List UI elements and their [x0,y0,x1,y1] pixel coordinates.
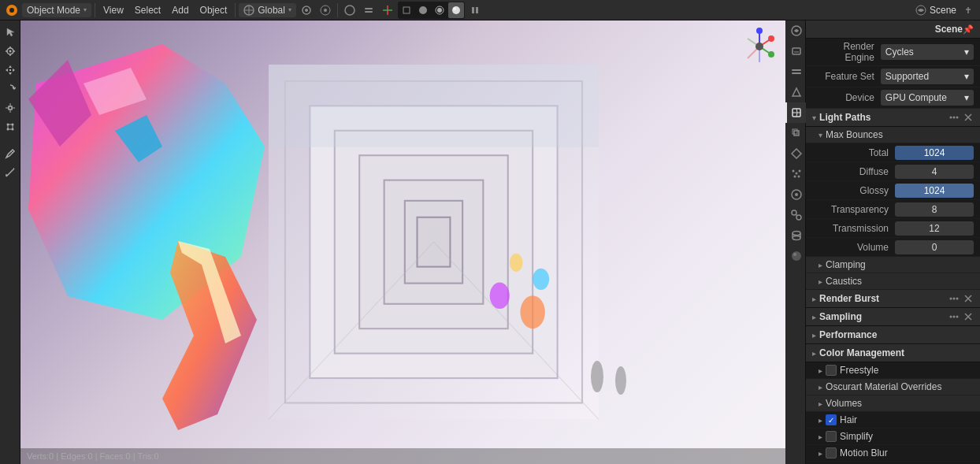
feature-set-dropdown[interactable]: Supported ▾ [881,69,974,84]
svg-rect-20 [472,7,474,13]
sampling-arrow-icon: ▸ [812,313,816,321]
constraints-tab[interactable] [785,205,806,225]
sampling-section[interactable]: ▸ Sampling [806,308,980,326]
viewport-overlay-icon[interactable] [360,2,377,19]
feature-set-current: Supported [885,71,929,82]
svg-point-40 [6,128,9,131]
oscurart-section[interactable]: ▸ Oscurart Material Overrides [806,379,980,395]
volume-bounce-row: Volume [806,238,980,257]
freestyle-checkbox-item[interactable]: Freestyle [826,365,878,376]
freestyle-checkbox[interactable] [826,365,837,376]
svg-point-68 [615,366,626,395]
people-silhouettes [585,357,633,420]
svg-point-6 [305,9,308,12]
svg-point-8 [324,9,327,12]
mode-label: Object Mode [27,5,80,16]
total-value-input[interactable] [895,146,974,160]
svg-point-15 [419,6,427,14]
svg-line-43 [6,169,14,176]
hair-checkbox-item[interactable]: ✓ Hair [826,414,857,425]
viewport-gizmo-icon[interactable] [379,2,396,19]
viewport-gizmo[interactable] [740,27,779,69]
data-tab[interactable] [785,225,806,246]
view-menu[interactable]: View [98,3,128,17]
light-paths-section[interactable]: ▾ Light Paths [806,109,980,127]
measure-tool-icon[interactable] [2,164,19,181]
hair-checkbox[interactable]: ✓ [826,414,837,425]
render-tab[interactable] [785,20,806,41]
max-bounces-arrow-icon: ▾ [819,131,822,139]
output-tab[interactable] [785,41,806,61]
render-burst-options-icon[interactable] [948,293,960,304]
scale-tool-icon[interactable] [2,99,19,117]
color-management-arrow-icon: ▸ [812,349,816,358]
right-side: Scene 📌 Render Engine Cycles ▾ Feature S… [785,20,980,464]
performance-section[interactable]: ▸ Performance [806,326,980,344]
render-engine-dropdown[interactable]: Cycles ▾ [881,44,974,60]
render-burst-section[interactable]: ▸ Render Burst [806,290,980,308]
light-paths-options-icon[interactable] [948,112,960,123]
world-tab[interactable] [785,102,806,123]
volumes-section[interactable]: ▸ Volumes [806,395,980,412]
diffuse-label: Diffuse [831,166,895,177]
view-layer-tab[interactable] [785,61,806,82]
motion-blur-checkbox-item[interactable]: Motion Blur [826,447,888,458]
annotate-tool-icon[interactable] [2,145,19,162]
simplify-checkbox-item[interactable]: Simplify [826,431,873,442]
transform-tool-icon[interactable] [2,118,19,135]
pin-icon[interactable] [960,2,977,19]
feature-set-value: Supported ▾ [881,69,974,84]
caustics-section[interactable]: ▸ Caustics [806,273,980,290]
scene-tab[interactable] [785,82,806,102]
transmission-value-input[interactable] [895,221,974,236]
svg-point-93 [795,193,798,196]
freestyle-label: Freestyle [840,365,878,376]
device-dropdown[interactable]: GPU Compute ▾ [881,90,974,106]
light-paths-pin-icon[interactable] [963,112,974,123]
svg-point-110 [956,298,959,300]
material-mode-icon[interactable] [432,2,447,18]
mode-arrow-icon: ▾ [84,6,87,13]
svg-rect-86 [793,129,797,134]
volume-value-input[interactable] [895,240,974,254]
svg-point-100 [793,236,800,240]
move-tool-icon[interactable] [2,61,19,79]
viewport-shading-icon[interactable] [341,2,358,19]
select-menu[interactable]: Select [130,3,165,17]
sampling-dots-icon[interactable] [963,311,974,322]
mode-dropdown[interactable]: Object Mode ▾ [22,3,91,17]
blender-logo-icon[interactable] [3,2,20,19]
modifier-tab[interactable] [785,143,806,164]
max-bounces-subsection[interactable]: ▾ Max Bounces [806,127,980,143]
pause-icon[interactable] [466,2,484,19]
simplify-checkbox[interactable] [826,431,837,442]
particles-tab[interactable] [785,164,806,184]
diffuse-value-input[interactable] [895,165,974,179]
viewport[interactable]: Verts:0 | Edges:0 | Faces:0 | Tris:0 [20,20,785,464]
pin-panel-icon[interactable]: 📌 [963,24,974,35]
transform-icon [243,5,254,16]
wireframe-mode-icon[interactable] [399,2,414,18]
select-tool-icon[interactable] [2,24,19,41]
snapping-icon[interactable] [298,2,315,19]
sampling-options-icon[interactable] [948,311,960,322]
rotate-tool-icon[interactable] [2,80,19,98]
object-tab[interactable] [785,123,806,143]
rendered-mode-icon[interactable] [448,2,464,18]
proportional-icon[interactable] [317,2,334,19]
motion-blur-checkbox[interactable] [826,447,837,458]
panel-header: Scene 📌 [806,20,980,39]
render-burst-pin-icon[interactable] [963,293,974,304]
transparency-value-input[interactable] [895,202,974,217]
transform-dropdown[interactable]: Global ▾ [239,3,296,17]
object-menu[interactable]: Object [195,3,232,17]
physics-tab[interactable] [785,184,806,205]
cursor-tool-icon[interactable] [2,43,19,60]
material-tab[interactable] [785,246,806,266]
add-menu[interactable]: Add [167,3,193,17]
glossy-value-input[interactable] [895,184,974,198]
clamping-section[interactable]: ▸ Clamping [806,257,980,273]
motion-blur-label: Motion Blur [840,447,888,458]
solid-mode-icon[interactable] [415,2,431,18]
color-management-section[interactable]: ▸ Color Management [806,344,980,362]
